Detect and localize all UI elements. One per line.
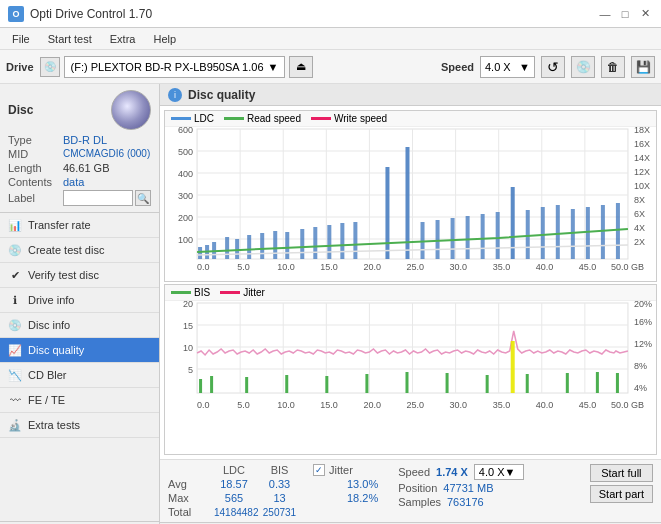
svg-rect-33 [225, 237, 229, 259]
drive-label: Drive [6, 61, 34, 73]
ldc-header: LDC [214, 464, 254, 476]
fe-te-icon: 〰 [8, 393, 22, 407]
bis-header: BIS [262, 464, 297, 476]
svg-rect-58 [601, 205, 605, 259]
maximize-button[interactable]: □ [617, 6, 633, 22]
drive-dropdown[interactable]: (F:) PLEXTOR BD-R PX-LB950SA 1.06 ▼ [64, 56, 286, 78]
nav-verify-test-disc[interactable]: ✔ Verify test disc [0, 263, 159, 288]
svg-text:20.0: 20.0 [363, 400, 381, 409]
svg-text:35.0: 35.0 [493, 400, 511, 409]
nav-disc-quality[interactable]: 📈 Disc quality [0, 338, 159, 363]
nav-create-test-disc[interactable]: 💿 Create test disc [0, 238, 159, 263]
svg-text:5: 5 [188, 365, 193, 375]
disc-quality-header: i Disc quality [160, 84, 661, 106]
svg-rect-97 [325, 376, 328, 393]
bis-max-val: 13 [262, 492, 297, 504]
svg-rect-38 [285, 232, 289, 259]
start-buttons: Start full Start part [590, 464, 653, 503]
svg-rect-40 [313, 227, 317, 259]
svg-rect-44 [385, 167, 389, 259]
nav-cd-bler[interactable]: 📉 CD Bler [0, 363, 159, 388]
minimize-button[interactable]: — [597, 6, 613, 22]
svg-text:45.0: 45.0 [579, 262, 597, 272]
svg-text:16%: 16% [634, 317, 652, 327]
erase-button[interactable]: 🗑 [601, 56, 625, 78]
svg-text:50.0 GB: 50.0 GB [611, 262, 644, 272]
speed-val: 1.74 X [436, 466, 468, 478]
eject-button[interactable]: ⏏ [289, 56, 313, 78]
svg-text:20.0: 20.0 [363, 262, 381, 272]
svg-rect-43 [353, 222, 357, 259]
position-label: Position [398, 482, 437, 494]
lower-chart-legend: BIS Jitter [165, 285, 656, 301]
menu-help[interactable]: Help [145, 31, 184, 47]
svg-rect-57 [586, 207, 590, 259]
svg-rect-41 [327, 225, 331, 259]
contents-value: data [63, 176, 84, 188]
svg-rect-59 [616, 203, 620, 259]
ldc-total-val: 14184482 [214, 507, 254, 518]
upper-chart-legend: LDC Read speed Write speed [165, 111, 656, 127]
disc-mid-row: MID CMCMAGDI6 (000) [8, 148, 151, 160]
svg-text:0.0: 0.0 [197, 262, 210, 272]
legend-bis: BIS [171, 287, 210, 298]
svg-rect-51 [496, 212, 500, 259]
disc-contents-row: Contents data [8, 176, 151, 188]
svg-rect-106 [616, 373, 619, 393]
create-disc-icon: 💿 [8, 243, 22, 257]
nav-drive-info[interactable]: ℹ Drive info [0, 288, 159, 313]
svg-text:18X: 18X [634, 127, 650, 135]
nav-disc-info[interactable]: 💿 Disc info [0, 313, 159, 338]
label-input[interactable] [63, 190, 133, 206]
ldc-legend-color [171, 117, 191, 120]
disc-length-row: Length 46.61 GB [8, 162, 151, 174]
svg-rect-53 [526, 210, 530, 259]
svg-text:400: 400 [178, 169, 193, 179]
close-button[interactable]: ✕ [637, 6, 653, 22]
svg-text:30.0: 30.0 [450, 262, 468, 272]
svg-rect-102 [511, 341, 515, 393]
svg-text:50.0 GB: 50.0 GB [611, 400, 644, 409]
nav-fe-te[interactable]: 〰 FE / TE [0, 388, 159, 413]
speed-test-dropdown[interactable]: 4.0 X ▼ [474, 464, 524, 480]
menu-start-test[interactable]: Start test [40, 31, 100, 47]
jitter-max-row: 18.2% [313, 492, 378, 504]
svg-rect-56 [571, 209, 575, 259]
bis-total-val: 250731 [262, 507, 297, 518]
save-button[interactable]: 💾 [631, 56, 655, 78]
upper-chart-svg: 600 500 400 300 200 100 18X 16X 14X 12X … [165, 127, 656, 272]
cd-bler-icon: 📉 [8, 368, 22, 382]
start-part-button[interactable]: Start part [590, 485, 653, 503]
position-row: Position 47731 MB [398, 482, 524, 494]
speed-pos-col: Speed 1.74 X 4.0 X ▼ Position 47731 MB S… [398, 464, 524, 508]
svg-rect-93 [199, 379, 202, 393]
disc-quality-icon: 📈 [8, 343, 22, 357]
contents-label: Contents [8, 176, 63, 188]
nav-transfer-rate[interactable]: 📊 Transfer rate [0, 213, 159, 238]
svg-rect-47 [436, 220, 440, 259]
jitter-header-row: ✓ Jitter [313, 464, 378, 476]
svg-text:15.0: 15.0 [320, 262, 338, 272]
svg-rect-34 [235, 239, 239, 259]
svg-rect-94 [210, 376, 213, 393]
disc-button[interactable]: 💿 [571, 56, 595, 78]
menu-extra[interactable]: Extra [102, 31, 144, 47]
jitter-checkbox[interactable]: ✓ [313, 464, 325, 476]
jitter-col: ✓ Jitter 13.0% 18.2% [313, 464, 378, 504]
svg-rect-55 [556, 205, 560, 259]
refresh-button[interactable]: ↺ [541, 56, 565, 78]
verify-disc-icon: ✔ [8, 268, 22, 282]
label-browse-button[interactable]: 🔍 [135, 190, 151, 206]
stats-ldc-col-header [168, 464, 206, 476]
menu-file[interactable]: File [4, 31, 38, 47]
write-speed-legend-color [311, 117, 331, 120]
start-full-button[interactable]: Start full [590, 464, 653, 482]
svg-rect-48 [451, 218, 455, 259]
disc-panel: Disc Type BD-R DL MID CMCMAGDI6 (000) Le… [0, 84, 159, 213]
type-label: Type [8, 134, 63, 146]
speed-dropdown[interactable]: 4.0 X ▼ [480, 56, 535, 78]
svg-rect-35 [247, 235, 251, 259]
nav-extra-tests[interactable]: 🔬 Extra tests [0, 413, 159, 438]
extra-tests-icon: 🔬 [8, 418, 22, 432]
max-label: Max [168, 492, 206, 504]
